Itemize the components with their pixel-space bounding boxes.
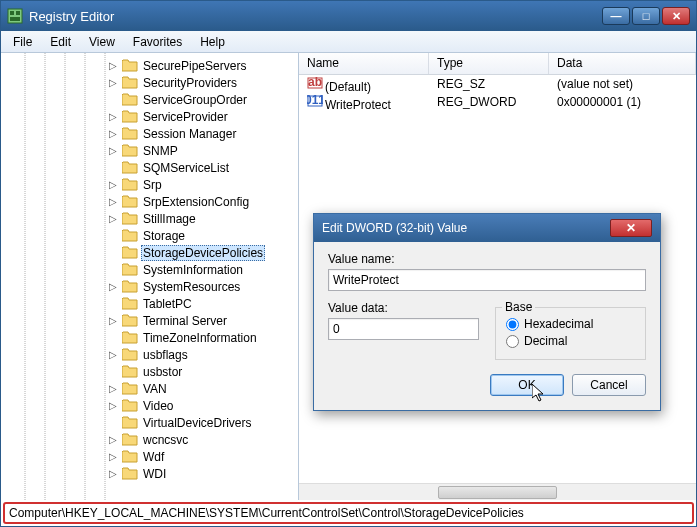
folder-icon xyxy=(122,348,138,361)
folder-icon xyxy=(122,144,138,157)
tree-item[interactable]: SystemInformation xyxy=(1,261,298,278)
svg-rect-2 xyxy=(16,11,20,15)
folder-icon xyxy=(122,212,138,225)
expand-icon[interactable]: ▷ xyxy=(107,213,119,224)
expand-icon[interactable]: ▷ xyxy=(107,434,119,445)
list-row[interactable]: ab(Default)REG_SZ(value not set) xyxy=(299,75,696,93)
tree-item[interactable]: ▷usbflags xyxy=(1,346,298,363)
expand-icon[interactable]: ▷ xyxy=(107,349,119,360)
dialog-close-button[interactable]: ✕ xyxy=(610,219,652,237)
dialog-title: Edit DWORD (32-bit) Value xyxy=(322,221,610,235)
folder-icon xyxy=(122,127,138,140)
menu-favorites[interactable]: Favorites xyxy=(125,33,190,51)
radio-decimal[interactable] xyxy=(506,335,519,348)
horizontal-scrollbar[interactable] xyxy=(299,483,696,500)
folder-icon xyxy=(122,263,138,276)
value-type: REG_SZ xyxy=(433,77,553,91)
tree-item-label: wcncsvc xyxy=(141,433,190,447)
tree-item[interactable]: VirtualDeviceDrivers xyxy=(1,414,298,431)
cancel-button[interactable]: Cancel xyxy=(572,374,646,396)
expand-icon[interactable]: ▷ xyxy=(107,400,119,411)
tree-item[interactable]: TimeZoneInformation xyxy=(1,329,298,346)
expand-icon[interactable]: ▷ xyxy=(107,451,119,462)
base-legend: Base xyxy=(502,300,535,314)
path-display: Computer\HKEY_LOCAL_MACHINE\SYSTEM\Curre… xyxy=(9,506,524,520)
folder-icon xyxy=(122,416,138,429)
expand-icon[interactable]: ▷ xyxy=(107,383,119,394)
tree-pane[interactable]: ▷SecurePipeServers▷SecurityProvidersServ… xyxy=(1,53,299,500)
tree-item[interactable]: ▷wcncsvc xyxy=(1,431,298,448)
expand-icon[interactable]: ▷ xyxy=(107,128,119,139)
ok-button[interactable]: OK xyxy=(490,374,564,396)
value-name-field[interactable] xyxy=(328,269,646,291)
expand-icon[interactable]: ▷ xyxy=(107,468,119,479)
expand-icon[interactable]: ▷ xyxy=(107,196,119,207)
expand-icon[interactable]: ▷ xyxy=(107,179,119,190)
expand-icon[interactable]: ▷ xyxy=(107,111,119,122)
col-header-name[interactable]: Name xyxy=(299,53,429,74)
tree-item[interactable]: StorageDevicePolicies xyxy=(1,244,298,261)
folder-icon xyxy=(122,76,138,89)
col-header-data[interactable]: Data xyxy=(549,53,696,74)
value-name-label: Value name: xyxy=(328,252,646,266)
folder-icon xyxy=(122,365,138,378)
expand-icon[interactable]: ▷ xyxy=(107,145,119,156)
tree-item-label: WDI xyxy=(141,467,168,481)
value-data-field[interactable] xyxy=(328,318,479,340)
tree-item[interactable]: SQMServiceList xyxy=(1,159,298,176)
expand-icon[interactable]: ▷ xyxy=(107,315,119,326)
col-header-type[interactable]: Type xyxy=(429,53,549,74)
tree-item[interactable]: ServiceGroupOrder xyxy=(1,91,298,108)
folder-icon xyxy=(122,467,138,480)
tree-item[interactable]: ▷Session Manager xyxy=(1,125,298,142)
value-name: WriteProtect xyxy=(325,98,391,112)
tree-item[interactable]: ▷SystemResources xyxy=(1,278,298,295)
list-row[interactable]: 011WriteProtectREG_DWORD0x00000001 (1) xyxy=(299,93,696,111)
tree-item[interactable]: ▷Srp xyxy=(1,176,298,193)
tree-item[interactable]: ▷SNMP xyxy=(1,142,298,159)
registry-editor-window: Registry Editor — □ ✕ File Edit View Fav… xyxy=(0,0,697,527)
menubar: File Edit View Favorites Help xyxy=(1,31,696,53)
base-group: Base Hexadecimal Decimal xyxy=(495,307,646,360)
folder-icon xyxy=(122,195,138,208)
radio-hexadecimal[interactable] xyxy=(506,318,519,331)
tree-item[interactable]: Storage xyxy=(1,227,298,244)
tree-item[interactable]: ▷VAN xyxy=(1,380,298,397)
tree-item-label: ServiceProvider xyxy=(141,110,230,124)
tree-item[interactable]: usbstor xyxy=(1,363,298,380)
app-icon xyxy=(7,8,23,24)
folder-icon xyxy=(122,331,138,344)
titlebar[interactable]: Registry Editor — □ ✕ xyxy=(1,1,696,31)
tree-item-label: Wdf xyxy=(141,450,166,464)
tree-item[interactable]: ▷SecurityProviders xyxy=(1,74,298,91)
menu-help[interactable]: Help xyxy=(192,33,233,51)
tree-item-label: Video xyxy=(141,399,175,413)
menu-edit[interactable]: Edit xyxy=(42,33,79,51)
tree-item-label: SystemResources xyxy=(141,280,242,294)
window-title: Registry Editor xyxy=(29,9,602,24)
maximize-button[interactable]: □ xyxy=(632,7,660,25)
tree-item[interactable]: ▷WDI xyxy=(1,465,298,482)
tree-item[interactable]: ▷Wdf xyxy=(1,448,298,465)
menu-file[interactable]: File xyxy=(5,33,40,51)
minimize-button[interactable]: — xyxy=(602,7,630,25)
tree-item[interactable]: ▷Terminal Server xyxy=(1,312,298,329)
content-area: ▷SecurePipeServers▷SecurityProvidersServ… xyxy=(1,53,696,500)
scrollbar-thumb[interactable] xyxy=(438,486,557,499)
tree-item-label: ServiceGroupOrder xyxy=(141,93,249,107)
tree-item-label: TimeZoneInformation xyxy=(141,331,259,345)
tree-item[interactable]: ▷Video xyxy=(1,397,298,414)
tree-item[interactable]: ▷ServiceProvider xyxy=(1,108,298,125)
close-button[interactable]: ✕ xyxy=(662,7,690,25)
tree-item[interactable]: ▷StillImage xyxy=(1,210,298,227)
menu-view[interactable]: View xyxy=(81,33,123,51)
tree-item[interactable]: TabletPC xyxy=(1,295,298,312)
string-value-icon: ab xyxy=(307,75,323,91)
dialog-titlebar[interactable]: Edit DWORD (32-bit) Value ✕ xyxy=(314,214,660,242)
expand-icon[interactable]: ▷ xyxy=(107,77,119,88)
tree-item[interactable]: ▷SrpExtensionConfig xyxy=(1,193,298,210)
expand-icon[interactable]: ▷ xyxy=(107,60,119,71)
tree-item[interactable]: ▷SecurePipeServers xyxy=(1,57,298,74)
tree-item-label: TabletPC xyxy=(141,297,194,311)
expand-icon[interactable]: ▷ xyxy=(107,281,119,292)
